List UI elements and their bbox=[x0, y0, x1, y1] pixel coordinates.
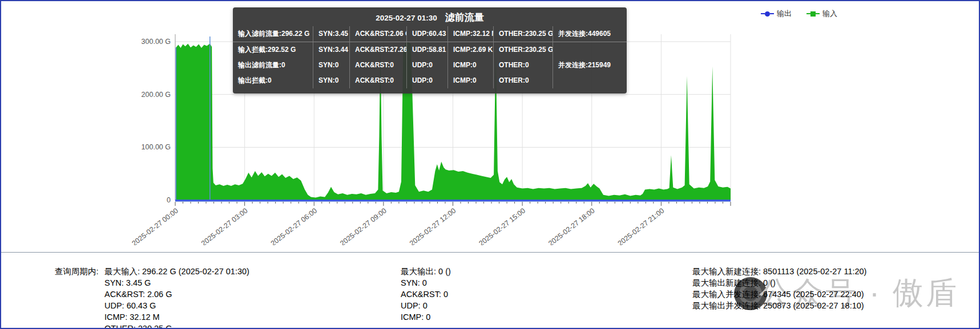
y-axis-zero-label: 0 bbox=[167, 196, 171, 204]
chart-legend: 输出输入 bbox=[761, 9, 837, 19]
tooltip-cell: OTHER:230.25 G bbox=[493, 26, 552, 42]
tooltip-cell: SYN:3.44 G bbox=[313, 42, 349, 58]
tooltip-cell: OTHER:0 bbox=[493, 58, 552, 73]
tooltip-cell: OTHER:0 bbox=[493, 73, 552, 88]
legend-item-output[interactable]: 输出 bbox=[761, 9, 792, 19]
tooltip-cell: ACK&RST:0 bbox=[349, 73, 406, 88]
summary-line: ACK&RST: 0 bbox=[401, 289, 451, 300]
tooltip-cell bbox=[552, 42, 627, 58]
summary-line: 最大输入: 296.22 G (2025-02-27 01:30) bbox=[104, 266, 249, 277]
chart-tooltip: 2025-02-27 01:30 滤前流量 输入滤前流量:296.22 GSYN… bbox=[233, 7, 627, 94]
summary-line: 最大输出: 0 () bbox=[401, 266, 451, 277]
tooltip-cell: ACK&RST:2.06 G bbox=[349, 26, 406, 42]
summary-line: 最大输入新建连接: 8501113 (2025-02-27 11:20) bbox=[692, 266, 866, 277]
legend-label: 输出 bbox=[777, 9, 792, 19]
circle-marker-icon bbox=[761, 11, 774, 17]
tooltip-grid: 输入滤前流量:296.22 GSYN:3.45 GACK&RST:2.06 GU… bbox=[233, 26, 627, 88]
tooltip-cell: UDP:0 bbox=[406, 73, 447, 88]
tooltip-datetime: 2025-02-27 01:30 bbox=[376, 10, 437, 27]
tooltip-cell: ACK&RST:0 bbox=[349, 58, 406, 73]
tooltip-cell: ICMP:0 bbox=[447, 73, 493, 88]
tooltip-cell: 输入滤前流量:296.22 G bbox=[233, 26, 313, 42]
summary-line: SYN: 0 bbox=[401, 277, 451, 289]
x-axis-label: 2025-02-27 03:00 bbox=[200, 206, 249, 245]
x-axis-label: 2025-02-27 06:00 bbox=[269, 206, 318, 245]
summary-prefix: 查询周期内: bbox=[55, 266, 99, 277]
legend-item-input[interactable]: 输入 bbox=[806, 9, 837, 19]
square-marker-icon bbox=[806, 11, 820, 17]
tooltip-cell: UDP:60.43 G bbox=[406, 26, 447, 42]
tooltip-cell bbox=[552, 73, 627, 88]
y-axis-label: 300.00 G bbox=[142, 38, 171, 46]
tooltip-cell: SYN:0 bbox=[313, 73, 349, 88]
y-axis-label: 200.00 G bbox=[142, 91, 171, 99]
x-axis-label: 2025-02-27 00:00 bbox=[130, 206, 179, 245]
tooltip-cell: 输出拦截:0 bbox=[233, 73, 313, 88]
tooltip-cell: ICMP:32.12 M bbox=[447, 26, 493, 42]
tooltip-cell: ICMP:2.69 K bbox=[447, 42, 493, 58]
output-series-baseline[interactable] bbox=[175, 200, 731, 202]
x-axis-label: 2025-02-27 12:00 bbox=[408, 206, 457, 245]
tooltip-cell: 并发连接:449605 bbox=[552, 26, 627, 42]
tooltip-cell: SYN:0 bbox=[313, 58, 349, 73]
summary-line: OTHER: 230.25 G bbox=[104, 323, 249, 329]
x-axis-label: 2025-02-27 18:00 bbox=[547, 206, 596, 245]
summary-line: ACK&RST: 2.06 G bbox=[104, 289, 249, 300]
tooltip-cell: 输出滤前流量:0 bbox=[233, 58, 313, 73]
tooltip-cell: 并发连接:215949 bbox=[552, 58, 627, 73]
tooltip-cell: SYN:3.45 G bbox=[313, 26, 349, 42]
summary-input-column: 最大输入: 296.22 G (2025-02-27 01:30)SYN: 3.… bbox=[104, 266, 249, 329]
summary-connections-column: 最大输入新建连接: 8501113 (2025-02-27 11:20)最大输出… bbox=[692, 266, 866, 311]
tooltip-cell: ICMP:0 bbox=[447, 58, 493, 73]
summary-output-column: 最大输出: 0 ()SYN: 0ACK&RST: 0UDP: 0ICMP: 0 bbox=[401, 266, 451, 323]
summary-line: ICMP: 0 bbox=[401, 311, 451, 323]
summary-line: SYN: 3.45 G bbox=[104, 277, 249, 289]
summary-line: 最大输入并发连接: 674345 (2025-02-27 22:40) bbox=[692, 289, 866, 300]
x-axis-label: 2025-02-27 15:00 bbox=[478, 206, 527, 245]
summary-line: 最大输出新建连接: 0 () bbox=[692, 277, 866, 289]
summary-line: UDP: 0 bbox=[401, 300, 451, 311]
tooltip-cell: 输入拦截:292.52 G bbox=[233, 42, 313, 58]
summary-line: UDP: 60.43 G bbox=[104, 300, 249, 311]
tooltip-cell: UDP:58.81 G bbox=[406, 42, 447, 58]
tooltip-title: 滤前流量 bbox=[445, 9, 484, 26]
legend-label: 输入 bbox=[822, 9, 837, 19]
y-axis-label: 100.00 G bbox=[142, 143, 171, 151]
x-axis-label: 2025-02-27 21:00 bbox=[616, 206, 666, 245]
tooltip-cell: ACK&RST:27.26 M bbox=[349, 42, 406, 58]
tooltip-cell: OTHER:230.25 G bbox=[493, 42, 552, 58]
section-divider bbox=[0, 252, 980, 253]
x-axis-label: 2025-02-27 09:00 bbox=[338, 206, 388, 245]
tooltip-cell: UDP:0 bbox=[406, 58, 447, 73]
summary-line: 最大输出并发连接: 250873 (2025-02-27 18:10) bbox=[692, 300, 866, 311]
summary-line: ICMP: 32.12 M bbox=[104, 311, 249, 323]
tooltip-header: 2025-02-27 01:30 滤前流量 bbox=[233, 9, 627, 26]
